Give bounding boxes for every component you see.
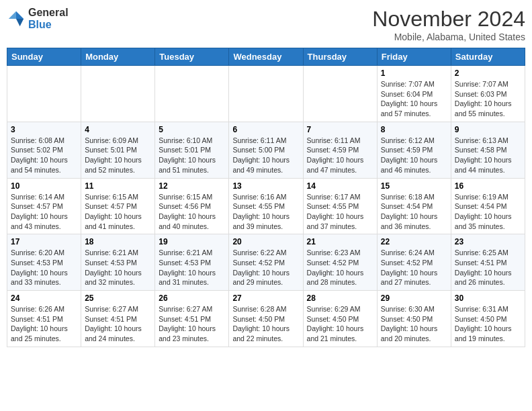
calendar-week-1: 1Sunrise: 7:07 AMSunset: 6:04 PMDaylight… [7,66,525,122]
day-number: 17 [11,237,77,246]
calendar-cell: 3Sunrise: 6:08 AMSunset: 5:02 PMDaylight… [7,122,81,178]
day-number: 1 [381,68,447,78]
calendar-cell: 22Sunrise: 6:24 AMSunset: 4:52 PMDayligh… [377,234,451,291]
day-number: 12 [159,181,225,191]
column-header-wednesday: Wednesday [229,48,303,66]
calendar-cell: 12Sunrise: 6:15 AMSunset: 4:56 PMDayligh… [155,178,229,234]
calendar-cell: 16Sunrise: 6:19 AMSunset: 4:54 PMDayligh… [451,178,525,234]
calendar-cell: 29Sunrise: 6:30 AMSunset: 4:50 PMDayligh… [377,291,451,347]
calendar-cell: 11Sunrise: 6:15 AMSunset: 4:57 PMDayligh… [81,178,155,234]
column-header-monday: Monday [81,48,155,66]
day-info: Sunrise: 6:31 AMSunset: 4:50 PMDaylight:… [455,304,521,344]
calendar-cell [81,66,155,122]
column-header-saturday: Saturday [451,48,525,66]
calendar-cell: 9Sunrise: 6:13 AMSunset: 4:58 PMDaylight… [451,122,525,178]
day-number: 22 [381,237,447,246]
day-info: Sunrise: 6:19 AMSunset: 4:54 PMDaylight:… [455,192,521,232]
day-number: 25 [85,293,151,303]
calendar-cell: 5Sunrise: 6:10 AMSunset: 5:01 PMDaylight… [155,122,229,178]
day-number: 20 [232,237,299,246]
calendar-cell: 10Sunrise: 6:14 AMSunset: 4:57 PMDayligh… [7,178,81,234]
day-info: Sunrise: 6:23 AMSunset: 4:52 PMDaylight:… [307,248,373,287]
calendar-cell: 7Sunrise: 6:11 AMSunset: 4:59 PMDaylight… [303,122,377,178]
day-info: Sunrise: 6:27 AMSunset: 4:51 PMDaylight:… [159,304,225,344]
day-info: Sunrise: 6:11 AMSunset: 4:59 PMDaylight:… [307,136,373,175]
day-info: Sunrise: 6:10 AMSunset: 5:01 PMDaylight:… [159,136,225,175]
logo-blue: Blue [28,19,52,30]
logo-general: General [28,7,69,18]
day-number: 9 [455,125,521,134]
day-number: 14 [307,181,373,191]
day-number: 18 [85,237,151,246]
svg-marker-0 [16,11,24,18]
calendar-table: SundayMondayTuesdayWednesdayThursdayFrid… [7,48,525,347]
day-number: 13 [232,181,299,191]
calendar-week-3: 10Sunrise: 6:14 AMSunset: 4:57 PMDayligh… [7,178,525,234]
column-header-friday: Friday [377,48,451,66]
calendar-cell: 8Sunrise: 6:12 AMSunset: 4:59 PMDaylight… [377,122,451,178]
calendar-cell: 18Sunrise: 6:21 AMSunset: 4:53 PMDayligh… [81,234,155,291]
day-info: Sunrise: 6:11 AMSunset: 5:00 PMDaylight:… [232,136,299,175]
day-number: 30 [455,293,521,303]
day-info: Sunrise: 6:08 AMSunset: 5:02 PMDaylight:… [11,136,77,175]
calendar-cell [303,66,377,122]
day-number: 8 [381,125,447,134]
day-number: 26 [159,293,225,303]
calendar-cell: 27Sunrise: 6:28 AMSunset: 4:50 PMDayligh… [229,291,303,347]
page-header: General Blue November 2024 Mobile, Alaba… [7,7,525,42]
day-info: Sunrise: 6:20 AMSunset: 4:53 PMDaylight:… [11,248,77,287]
calendar-cell [155,66,229,122]
calendar-cell: 28Sunrise: 6:29 AMSunset: 4:50 PMDayligh… [303,291,377,347]
column-header-tuesday: Tuesday [155,48,229,66]
day-info: Sunrise: 6:30 AMSunset: 4:50 PMDaylight:… [381,304,447,344]
calendar-week-5: 24Sunrise: 6:26 AMSunset: 4:51 PMDayligh… [7,291,525,347]
column-header-thursday: Thursday [303,48,377,66]
calendar-cell: 4Sunrise: 6:09 AMSunset: 5:01 PMDaylight… [81,122,155,178]
day-number: 29 [381,293,447,303]
day-info: Sunrise: 6:09 AMSunset: 5:01 PMDaylight:… [85,136,151,175]
calendar-cell: 14Sunrise: 6:17 AMSunset: 4:55 PMDayligh… [303,178,377,234]
calendar-header-row: SundayMondayTuesdayWednesdayThursdayFrid… [7,48,525,66]
svg-marker-2 [16,19,24,26]
logo-text: General Blue [28,7,69,30]
day-number: 27 [232,293,299,303]
day-number: 28 [307,293,373,303]
calendar-cell: 26Sunrise: 6:27 AMSunset: 4:51 PMDayligh… [155,291,229,347]
calendar-cell: 19Sunrise: 6:21 AMSunset: 4:53 PMDayligh… [155,234,229,291]
title-area: November 2024 Mobile, Alabama, United St… [372,7,525,42]
day-number: 23 [455,237,521,246]
day-number: 24 [11,293,77,303]
day-number: 19 [159,237,225,246]
day-info: Sunrise: 7:07 AMSunset: 6:04 PMDaylight:… [381,79,447,119]
day-info: Sunrise: 6:18 AMSunset: 4:54 PMDaylight:… [381,192,447,232]
logo: General Blue [7,7,69,30]
day-info: Sunrise: 6:26 AMSunset: 4:51 PMDaylight:… [11,304,77,344]
calendar-cell: 15Sunrise: 6:18 AMSunset: 4:54 PMDayligh… [377,178,451,234]
day-info: Sunrise: 6:28 AMSunset: 4:50 PMDaylight:… [232,304,299,344]
day-info: Sunrise: 6:24 AMSunset: 4:52 PMDaylight:… [381,248,447,287]
calendar-cell: 2Sunrise: 7:07 AMSunset: 6:03 PMDaylight… [451,66,525,122]
day-info: Sunrise: 6:12 AMSunset: 4:59 PMDaylight:… [381,136,447,175]
logo-icon [7,9,26,28]
calendar-cell: 23Sunrise: 6:25 AMSunset: 4:51 PMDayligh… [451,234,525,291]
day-info: Sunrise: 7:07 AMSunset: 6:03 PMDaylight:… [455,79,521,119]
calendar-cell: 6Sunrise: 6:11 AMSunset: 5:00 PMDaylight… [229,122,303,178]
day-number: 3 [11,125,77,134]
calendar-cell: 1Sunrise: 7:07 AMSunset: 6:04 PMDaylight… [377,66,451,122]
day-number: 16 [455,181,521,191]
calendar-cell: 25Sunrise: 6:27 AMSunset: 4:51 PMDayligh… [81,291,155,347]
day-number: 2 [455,68,521,78]
calendar-cell [7,66,81,122]
day-number: 11 [85,181,151,191]
calendar-cell: 17Sunrise: 6:20 AMSunset: 4:53 PMDayligh… [7,234,81,291]
calendar-cell: 30Sunrise: 6:31 AMSunset: 4:50 PMDayligh… [451,291,525,347]
day-info: Sunrise: 6:17 AMSunset: 4:55 PMDaylight:… [307,192,373,232]
day-info: Sunrise: 6:14 AMSunset: 4:57 PMDaylight:… [11,192,77,232]
column-header-sunday: Sunday [7,48,81,66]
day-number: 15 [381,181,447,191]
day-info: Sunrise: 6:13 AMSunset: 4:58 PMDaylight:… [455,136,521,175]
calendar-cell [229,66,303,122]
day-number: 7 [307,125,373,134]
day-number: 21 [307,237,373,246]
day-info: Sunrise: 6:21 AMSunset: 4:53 PMDaylight:… [85,248,151,287]
